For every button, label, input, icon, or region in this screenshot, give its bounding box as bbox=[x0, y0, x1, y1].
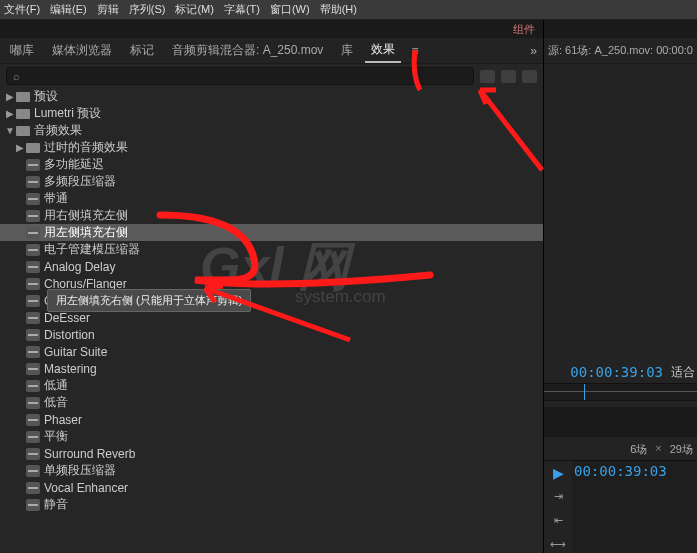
panel-tab[interactable]: 音频剪辑混合器: A_250.mov bbox=[166, 39, 329, 62]
effect-icon bbox=[26, 312, 40, 324]
insert-icon[interactable]: ⇥ bbox=[549, 489, 567, 505]
tree-label: 多频段压缩器 bbox=[44, 173, 116, 190]
filter-icon-3[interactable] bbox=[522, 70, 537, 83]
panel-tabs: 嘟库媒体浏览器标记音频剪辑混合器: A_250.mov库效果≡» bbox=[0, 38, 543, 64]
folder-icon bbox=[16, 125, 30, 137]
menu-bar[interactable]: 文件(F)编辑(E)剪辑序列(S)标记(M)字幕(T)窗口(W)帮助(H) bbox=[0, 0, 697, 20]
tree-label: 过时的音频效果 bbox=[44, 139, 128, 156]
tree-folder[interactable]: ▼音频效果 bbox=[0, 122, 543, 139]
tree-label: 低音 bbox=[44, 394, 68, 411]
tree-folder[interactable]: ▶预设 bbox=[0, 88, 543, 105]
source-tab[interactable]: 源: 61场: A_250.mov: 00:00:0 bbox=[544, 38, 697, 64]
menu-item[interactable]: 文件(F) bbox=[4, 2, 40, 17]
tree-label: 带通 bbox=[44, 190, 68, 207]
effect-icon bbox=[26, 244, 40, 256]
search-icon: ⌕ bbox=[13, 70, 20, 82]
timeline-content[interactable]: 00:00:39:03 bbox=[572, 461, 697, 553]
effect-icon bbox=[26, 176, 40, 188]
tree-label: 低通 bbox=[44, 377, 68, 394]
effect-icon bbox=[26, 397, 40, 409]
tree-label: 单频段压缩器 bbox=[44, 462, 116, 479]
panel-tab[interactable]: 嘟库 bbox=[4, 39, 40, 62]
source-timecode[interactable]: 00:00:39:03 bbox=[570, 364, 663, 380]
tree-label: DeEsser bbox=[44, 311, 90, 325]
search-input[interactable]: ⌕ bbox=[6, 67, 474, 85]
panel-collapse-icon[interactable]: » bbox=[530, 44, 537, 58]
tree-effect[interactable]: ▶Mastering bbox=[0, 360, 543, 377]
menu-item[interactable]: 窗口(W) bbox=[270, 2, 310, 17]
menu-item[interactable]: 字幕(T) bbox=[224, 2, 260, 17]
tree-label: Guitar Suite bbox=[44, 345, 107, 359]
tree-label: 平衡 bbox=[44, 428, 68, 445]
tree-label: Vocal Enhancer bbox=[44, 481, 128, 495]
tree-effect[interactable]: ▶Vocal Enhancer bbox=[0, 479, 543, 496]
menu-item[interactable]: 编辑(E) bbox=[50, 2, 87, 17]
panel-menu-icon[interactable]: ≡ bbox=[411, 44, 418, 58]
tree-label: 用左侧填充右侧 bbox=[44, 224, 128, 241]
effect-icon bbox=[26, 261, 40, 273]
panel-tab[interactable]: 媒体浏览器 bbox=[46, 39, 118, 62]
effect-icon bbox=[26, 227, 40, 239]
workspace-tab[interactable]: 组件 bbox=[513, 22, 535, 37]
tree-effect[interactable]: ▶Surround Reverb bbox=[0, 445, 543, 462]
effect-icon bbox=[26, 278, 40, 290]
effect-icon bbox=[26, 295, 40, 307]
menu-item[interactable]: 帮助(H) bbox=[320, 2, 357, 17]
tree-effect[interactable]: ▶单频段压缩器 bbox=[0, 462, 543, 479]
tree-folder[interactable]: ▶Lumetri 预设 bbox=[0, 105, 543, 122]
tree-effect[interactable]: ▶Distortion bbox=[0, 326, 543, 343]
tree-effect[interactable]: ▶带通 bbox=[0, 190, 543, 207]
tree-effect[interactable]: ▶Analog Delay bbox=[0, 258, 543, 275]
tree-effect[interactable]: ▶低音 bbox=[0, 394, 543, 411]
tree-effect[interactable]: ▶用左侧填充右侧 bbox=[0, 224, 543, 241]
tree-effect[interactable]: ▶用右侧填充左侧 bbox=[0, 207, 543, 224]
caret-icon[interactable]: ▶ bbox=[4, 91, 16, 102]
panel-tab[interactable]: 库 bbox=[335, 39, 359, 62]
panel-tab[interactable]: 标记 bbox=[124, 39, 160, 62]
fit-button[interactable]: 适合 bbox=[671, 364, 695, 381]
menu-item[interactable]: 序列(S) bbox=[129, 2, 166, 17]
tree-label: Phaser bbox=[44, 413, 82, 427]
tree-effect[interactable]: ▶Phaser bbox=[0, 411, 543, 428]
timeline-tab-1[interactable]: 6场 bbox=[630, 442, 647, 455]
close-icon[interactable]: × bbox=[655, 442, 661, 455]
panel-divider[interactable] bbox=[544, 407, 697, 437]
tree-effect[interactable]: ▶低通 bbox=[0, 377, 543, 394]
effect-icon bbox=[26, 380, 40, 392]
filter-icon-2[interactable] bbox=[501, 70, 516, 83]
caret-icon[interactable]: ▶ bbox=[4, 108, 16, 119]
panel-tab[interactable]: 效果 bbox=[365, 38, 401, 63]
overwrite-icon[interactable]: ⇤ bbox=[549, 513, 567, 529]
effects-tree[interactable]: ▶预设▶Lumetri 预设▼音频效果▶过时的音频效果▶多功能延迟▶多频段压缩器… bbox=[0, 88, 543, 553]
tree-effect[interactable]: ▶平衡 bbox=[0, 428, 543, 445]
filter-icon-1[interactable] bbox=[480, 70, 495, 83]
timeline-timecode[interactable]: 00:00:39:03 bbox=[574, 463, 695, 479]
menu-item[interactable]: 标记(M) bbox=[175, 2, 214, 17]
workspace-tab-row: 组件 bbox=[0, 20, 543, 38]
tree-folder[interactable]: ▶过时的音频效果 bbox=[0, 139, 543, 156]
tree-effect[interactable]: ▶Guitar Suite bbox=[0, 343, 543, 360]
timecode-row: 00:00:39:03 适合 bbox=[544, 362, 697, 384]
tree-label: 预设 bbox=[34, 88, 58, 105]
play-icon[interactable]: ▶ bbox=[549, 465, 567, 481]
effect-icon bbox=[26, 210, 40, 222]
tree-effect[interactable]: ▶电子管建模压缩器 bbox=[0, 241, 543, 258]
playhead-icon[interactable] bbox=[584, 384, 585, 400]
tree-effect[interactable]: ▶静音 bbox=[0, 496, 543, 513]
source-panel: 源: 61场: A_250.mov: 00:00:0 00:00:39:03 适… bbox=[544, 20, 697, 553]
tree-label: 用右侧填充左侧 bbox=[44, 207, 128, 224]
tree-label: Analog Delay bbox=[44, 260, 115, 274]
source-viewer[interactable] bbox=[544, 64, 697, 362]
snap-icon[interactable]: ⟷ bbox=[549, 537, 567, 553]
tree-label: 静音 bbox=[44, 496, 68, 513]
effect-icon bbox=[26, 431, 40, 443]
caret-icon[interactable]: ▶ bbox=[14, 142, 26, 153]
timeline-controls: ▶ ⇥ ⇤ ⟷ bbox=[544, 461, 572, 553]
effect-icon bbox=[26, 482, 40, 494]
tree-effect[interactable]: ▶多功能延迟 bbox=[0, 156, 543, 173]
caret-icon[interactable]: ▼ bbox=[4, 125, 16, 136]
source-ruler[interactable] bbox=[544, 383, 697, 401]
timeline-tab-2[interactable]: 29场 bbox=[670, 442, 693, 455]
menu-item[interactable]: 剪辑 bbox=[97, 2, 119, 17]
tree-effect[interactable]: ▶多频段压缩器 bbox=[0, 173, 543, 190]
